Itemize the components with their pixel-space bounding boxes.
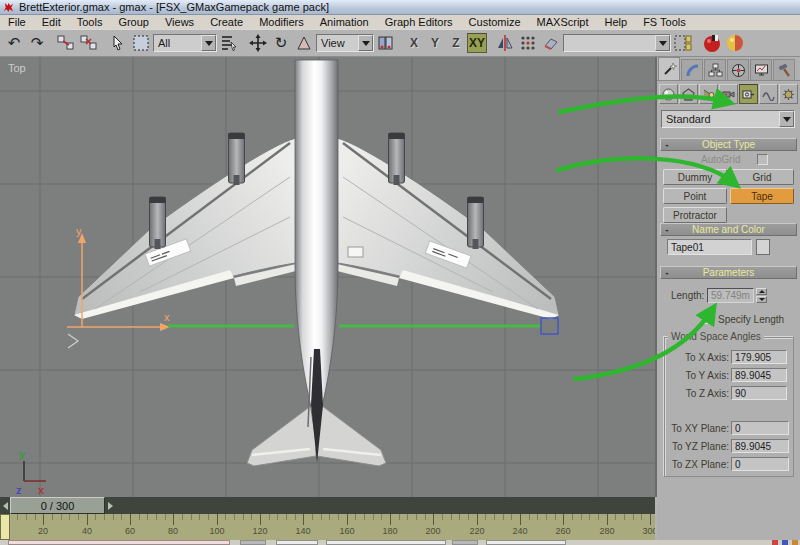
frame-marker[interactable] bbox=[0, 514, 10, 540]
move-icon[interactable] bbox=[247, 32, 269, 54]
dropdown-arrow-icon[interactable] bbox=[358, 35, 373, 51]
status-button[interactable] bbox=[240, 540, 266, 545]
spinner-up-icon[interactable] bbox=[756, 288, 767, 295]
to-z-axis-label: To Z Axis: bbox=[667, 388, 729, 399]
menu-file[interactable]: File bbox=[0, 16, 34, 28]
grid-button[interactable]: Grid bbox=[730, 169, 794, 185]
menu-edit[interactable]: Edit bbox=[34, 16, 69, 28]
restrict-x-button[interactable]: X bbox=[404, 33, 424, 53]
tick-label: 300 bbox=[641, 526, 655, 536]
menu-animation[interactable]: Animation bbox=[312, 16, 377, 28]
menu-customize[interactable]: Customize bbox=[461, 16, 529, 28]
autogrid-checkbox[interactable] bbox=[757, 154, 768, 165]
menu-graph-editors[interactable]: Graph Editors bbox=[377, 16, 461, 28]
helpers-category-icon[interactable] bbox=[739, 84, 758, 104]
create-categories bbox=[659, 84, 798, 106]
to-z-axis-field[interactable]: 90 bbox=[731, 386, 787, 400]
undo-icon[interactable]: ↶ bbox=[3, 32, 25, 54]
selection-filter-dropdown[interactable]: All bbox=[153, 34, 217, 52]
dropdown-arrow-icon[interactable] bbox=[201, 35, 216, 51]
tab-create[interactable] bbox=[658, 57, 680, 80]
dummy-button[interactable]: Dummy bbox=[663, 169, 727, 185]
length-spinner[interactable] bbox=[756, 288, 767, 303]
select-by-name-icon[interactable] bbox=[218, 32, 240, 54]
spinner-down-icon[interactable] bbox=[756, 296, 767, 303]
redo-icon[interactable]: ↷ bbox=[26, 32, 48, 54]
status-button[interactable] bbox=[452, 540, 478, 545]
autogrid-label: AutoGrid bbox=[701, 154, 740, 165]
track-bar[interactable]: 20 40 60 80 100 120 140 160 180 200 220 … bbox=[0, 514, 655, 540]
parameters-rollout-header[interactable]: - Parameters bbox=[660, 266, 797, 279]
menu-maxscript[interactable]: MAXScript bbox=[529, 16, 597, 28]
object-name-field[interactable]: Tape01 bbox=[667, 239, 752, 255]
tape-target-selection-box[interactable] bbox=[541, 318, 558, 334]
restrict-z-button[interactable]: Z bbox=[446, 33, 466, 53]
collapse-icon[interactable]: - bbox=[661, 267, 673, 278]
menu-create[interactable]: Create bbox=[202, 16, 251, 28]
to-y-axis-field[interactable]: 89.9045 bbox=[731, 368, 787, 382]
unlink-icon[interactable] bbox=[78, 32, 100, 54]
previous-frame-icon[interactable] bbox=[0, 497, 10, 514]
lights-category-icon[interactable] bbox=[699, 84, 718, 104]
tab-modify[interactable] bbox=[681, 59, 703, 80]
tab-hierarchy[interactable] bbox=[704, 59, 726, 80]
menu-modifiers[interactable]: Modifiers bbox=[251, 16, 312, 28]
tab-motion[interactable] bbox=[727, 59, 749, 80]
point-button[interactable]: Point bbox=[663, 188, 727, 204]
object-color-swatch[interactable] bbox=[756, 239, 770, 255]
restrict-y-button[interactable]: Y bbox=[425, 33, 445, 53]
render-scene-icon[interactable] bbox=[701, 32, 723, 54]
object-type-rollout-header[interactable]: - Object Type bbox=[660, 138, 797, 151]
length-field[interactable]: 59.749m bbox=[707, 288, 754, 303]
reference-coordinate-dropdown[interactable]: View bbox=[316, 34, 374, 52]
menu-views[interactable]: Views bbox=[157, 16, 202, 28]
time-slider-handle[interactable]: 0 / 300 bbox=[10, 497, 105, 514]
use-pivot-point-icon[interactable] bbox=[375, 32, 397, 54]
select-and-link-icon[interactable] bbox=[55, 32, 77, 54]
menu-tools[interactable]: Tools bbox=[69, 16, 111, 28]
tab-utilities[interactable] bbox=[773, 59, 795, 80]
menu-help[interactable]: Help bbox=[597, 16, 636, 28]
dropdown-arrow-icon[interactable] bbox=[779, 111, 794, 127]
spacewarps-category-icon[interactable] bbox=[759, 84, 778, 104]
menu-group[interactable]: Group bbox=[110, 16, 157, 28]
helper-type-dropdown[interactable]: Standard bbox=[661, 110, 795, 128]
align-icon[interactable] bbox=[540, 32, 562, 54]
systems-category-icon[interactable] bbox=[779, 84, 798, 104]
to-yz-plane-field[interactable]: 89.9045 bbox=[731, 439, 789, 453]
array-icon[interactable] bbox=[517, 32, 539, 54]
viewport-label[interactable]: Top bbox=[8, 62, 26, 74]
tick-label: 240 bbox=[511, 526, 529, 536]
restrict-xy-plane-button[interactable]: XY bbox=[467, 33, 487, 53]
shapes-category-icon[interactable] bbox=[679, 84, 698, 104]
mirror-icon[interactable] bbox=[494, 32, 516, 54]
cameras-category-icon[interactable] bbox=[719, 84, 738, 104]
object-type-rollout-title: Object Type bbox=[673, 139, 784, 150]
region-select-icon[interactable] bbox=[130, 32, 152, 54]
menu-fs-tools[interactable]: FS Tools bbox=[635, 16, 694, 28]
tick-label: 20 bbox=[34, 526, 52, 536]
select-object-icon[interactable] bbox=[107, 32, 129, 54]
top-viewport[interactable]: y x y z x Top bbox=[0, 57, 657, 497]
specify-length-checkbox[interactable] bbox=[702, 313, 713, 324]
to-xy-plane-field[interactable]: 0 bbox=[731, 421, 789, 435]
to-zx-plane-field[interactable]: 0 bbox=[731, 457, 789, 471]
name-color-rollout-header[interactable]: - Name and Color bbox=[660, 223, 797, 236]
geometry-category-icon[interactable] bbox=[659, 84, 678, 104]
next-frame-icon[interactable] bbox=[105, 497, 115, 514]
named-selection-dropdown[interactable] bbox=[563, 34, 671, 52]
length-label: Length: bbox=[671, 290, 704, 301]
scale-icon[interactable] bbox=[293, 32, 315, 54]
tape-button[interactable]: Tape bbox=[730, 188, 794, 204]
collapse-icon[interactable]: - bbox=[661, 139, 673, 150]
collapse-icon[interactable]: - bbox=[661, 224, 673, 235]
rotate-icon[interactable]: ↻ bbox=[270, 32, 292, 54]
maxscript-listener-field[interactable] bbox=[8, 540, 230, 545]
protractor-button[interactable]: Protractor bbox=[663, 207, 727, 223]
tab-display[interactable] bbox=[750, 59, 772, 80]
to-x-axis-field[interactable]: 179.905 bbox=[731, 350, 787, 364]
quick-render-icon[interactable] bbox=[724, 32, 746, 54]
named-selection-sets-icon[interactable] bbox=[672, 32, 694, 54]
right-stabilizer bbox=[317, 402, 386, 466]
dropdown-arrow-icon[interactable] bbox=[655, 35, 670, 51]
